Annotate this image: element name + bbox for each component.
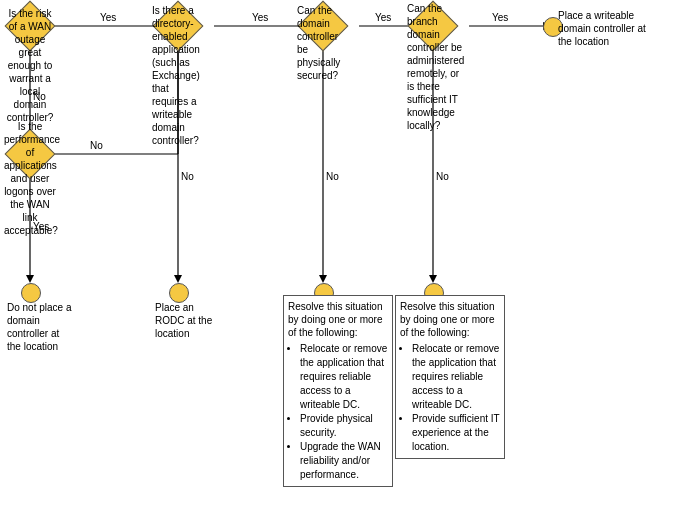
bullet-relocate-2: Relocate or remove the application that … xyxy=(412,342,500,412)
svg-text:Yes: Yes xyxy=(375,12,391,23)
resolve-it-box: Resolve this situation by doing one or m… xyxy=(395,295,505,459)
diamond-physically-secured-label: Can the domain controller be physically … xyxy=(295,2,353,84)
svg-marker-29 xyxy=(429,275,437,283)
svg-marker-23 xyxy=(174,275,182,283)
svg-text:No: No xyxy=(436,171,449,182)
bullet-sufficient-it: Provide sufficient IT experience at the … xyxy=(412,412,500,454)
bullet-physical-security: Provide physical security. xyxy=(300,412,388,440)
resolve-physical-box: Resolve this situation by doing one or m… xyxy=(283,295,393,487)
svg-text:Yes: Yes xyxy=(492,12,508,23)
svg-text:Yes: Yes xyxy=(252,12,268,23)
svg-text:No: No xyxy=(181,171,194,182)
svg-text:Yes: Yes xyxy=(100,12,116,23)
svg-marker-16 xyxy=(26,275,34,283)
diamond-branch-admin-label: Can the branch domain controller be admi… xyxy=(405,0,467,134)
diamond-dir-enabled-label: Is there a directory-enabled application… xyxy=(150,2,208,149)
diamond-wan-outage-label: Is the risk of a WAN outage great enough… xyxy=(2,5,58,126)
svg-text:No: No xyxy=(90,140,103,151)
diamond-performance-label: Is the performance of applications and u… xyxy=(2,118,58,239)
svg-marker-26 xyxy=(319,275,327,283)
svg-text:No: No xyxy=(326,171,339,182)
bullet-upgrade-wan: Upgrade the WAN reliability and/or perfo… xyxy=(300,440,388,482)
terminal-no-dc-label: Do not place a domain controller at the … xyxy=(2,297,77,357)
resolve-it-title: Resolve this situation by doing one or m… xyxy=(400,300,500,339)
terminal-rodc-label: Place an RODC at the location xyxy=(150,297,220,344)
bullet-relocate-1: Relocate or remove the application that … xyxy=(300,342,388,412)
terminal-place-writeable-label: Place a writeable domain controller at t… xyxy=(553,5,663,52)
resolve-physical-title: Resolve this situation by doing one or m… xyxy=(288,300,388,339)
flowchart: Yes Yes Yes Yes No Yes No xyxy=(0,0,681,513)
